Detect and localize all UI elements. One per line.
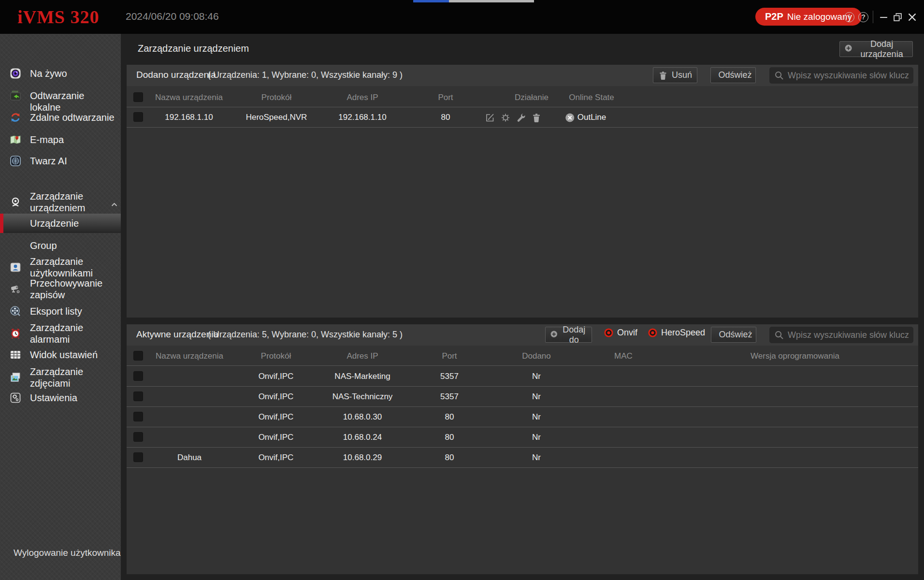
sidebar-item-label: Twarz AI xyxy=(30,155,116,167)
sidebar-item-label: Ustawienia xyxy=(30,392,116,404)
datetime-label: 2024/06/20 09:08:46 xyxy=(126,11,219,22)
added-table-header: Nazwa urządzeniaProtokółAdres IPPortDzia… xyxy=(127,87,918,107)
refresh-label: Odśwież xyxy=(719,330,752,340)
onvif-radio[interactable]: Onvif xyxy=(604,328,637,338)
sidebar-item-zarz-dzanie-u-ytkownikami[interactable]: Zarządzanie użytkownikami xyxy=(0,256,121,279)
table-cell: Dahua xyxy=(177,448,202,468)
select-all-checkbox[interactable] xyxy=(133,92,143,102)
info-icon[interactable]: i xyxy=(844,12,855,23)
add-device-label: Dodaj urządzenia xyxy=(856,39,908,59)
restore-icon[interactable] xyxy=(892,12,903,23)
sidebar-item-e-mapa[interactable]: E-mapa xyxy=(0,134,121,145)
column-header: Wersja oprogramowania xyxy=(751,346,839,366)
sidebar-item-label: Przechowywanie zapisów xyxy=(30,277,116,301)
add-device-button[interactable]: Dodaj urządzenia xyxy=(839,41,913,57)
refresh-label: Odśwież xyxy=(718,70,751,80)
herospeed-label: HeroSpeed xyxy=(661,328,705,338)
titlebar-artifact-blue xyxy=(413,0,449,2)
row-checkbox[interactable] xyxy=(133,452,143,462)
app-logo: iVMS 320 xyxy=(17,6,100,28)
table-cell: 80 xyxy=(445,448,454,468)
active-search-box xyxy=(769,327,913,343)
sidebar-item-label: Odtwarzanie lokalne xyxy=(30,90,116,113)
view-settings-icon xyxy=(10,349,21,361)
close-icon[interactable] xyxy=(907,12,918,23)
alarm-management-icon xyxy=(10,328,21,339)
minimize-icon[interactable] xyxy=(878,12,889,23)
sidebar-item-label: Zdalne odtwarzanie xyxy=(30,112,116,123)
export-list-icon xyxy=(10,305,21,317)
sidebar-item-przechowywanie-zapis-w[interactable]: Przechowywanie zapisów xyxy=(0,277,121,301)
sidebar-item-zdalne-odtwarzanie[interactable]: Zdalne odtwarzanie xyxy=(0,112,121,123)
sidebar-item-twarz-ai[interactable]: Twarz AI xyxy=(0,155,121,167)
refresh-active-button[interactable]: Odśwież xyxy=(711,327,756,343)
sidebar-item-label: Zarządzanie zdjęciami xyxy=(30,366,116,389)
settings-icon xyxy=(10,392,21,404)
sidebar-item-label: Urządzenie xyxy=(30,214,116,233)
user-management-icon xyxy=(10,261,21,273)
column-header: Port xyxy=(438,87,453,107)
sidebar-item-urz-dzenie[interactable]: Urządzenie xyxy=(0,214,121,233)
table-cell: Onvif,IPC xyxy=(259,387,294,407)
sidebar-item-na-ywo[interactable]: Na żywo xyxy=(0,68,121,79)
column-header: Protokół xyxy=(261,87,291,107)
row-checkbox[interactable] xyxy=(133,371,143,381)
sidebar-item-label: Zarządzanie użytkownikami xyxy=(30,256,116,279)
table-cell: Onvif,IPC xyxy=(259,448,294,468)
table-cell: NAS-Techniczny xyxy=(332,387,393,407)
active-devices-header: Aktywne urządzenia ( Urządzenia: 5, Wybr… xyxy=(127,324,918,346)
active-devices-title: Aktywne urządzenia xyxy=(136,329,218,340)
sidebar-item-odtwarzanie-lokalne[interactable]: 33333Odtwarzanie lokalne xyxy=(0,90,121,102)
sidebar: Na żywo33333Odtwarzanie lokalneZdalne od… xyxy=(0,34,121,580)
sidebar-item-label: Na żywo xyxy=(30,68,116,79)
herospeed-radio[interactable]: HeroSpeed xyxy=(648,328,705,338)
active-devices-panel: Aktywne urządzenia ( Urządzenia: 5, Wybr… xyxy=(127,324,918,574)
table-cell: NAS-Marketing xyxy=(334,366,390,387)
chevron-up-icon[interactable] xyxy=(111,200,117,204)
column-header: Nazwa urządzenia xyxy=(156,346,223,366)
plus-icon xyxy=(550,330,558,340)
wrench-icon[interactable] xyxy=(516,113,526,123)
sidebar-item-widok-ustawie-[interactable]: Widok ustawień xyxy=(0,349,121,361)
active-device-row[interactable]: Onvif,IPCNAS-Marketing5357Nr xyxy=(127,366,918,387)
trash-icon[interactable] xyxy=(532,113,542,123)
added-search-box xyxy=(769,67,913,84)
active-table-header: Nazwa urządzeniaProtokółAdres IPPortDoda… xyxy=(127,346,918,366)
add-to-button[interactable]: Dodaj do xyxy=(545,327,592,343)
logout-button[interactable]: Wylogowanie użytkownika xyxy=(14,548,121,558)
select-all-checkbox[interactable] xyxy=(133,351,143,361)
active-search-input[interactable] xyxy=(788,330,909,340)
active-device-row[interactable]: Onvif,IPC10.68.0.3080Nr xyxy=(127,407,918,427)
sidebar-item-label: Zarządzanie urządzeniem xyxy=(30,190,116,214)
sidebar-item-zarz-dzanie-urz-dzeniem[interactable]: Zarządzanie urządzeniem xyxy=(0,190,121,214)
row-checkbox[interactable] xyxy=(133,392,143,401)
gear-icon[interactable] xyxy=(501,113,511,123)
page-title: Zarządzanie urządzeniem xyxy=(138,43,249,54)
active-device-row[interactable]: Onvif,IPCNAS-Techniczny5357Nr xyxy=(127,387,918,407)
sidebar-item-zarz-dzanie-zdj-ciami[interactable]: Zarządzanie zdjęciami xyxy=(0,366,121,389)
row-checkbox[interactable] xyxy=(133,112,143,122)
added-device-row[interactable]: 192.168.1.10HeroSpeed,NVR192.168.1.1080O… xyxy=(127,107,918,128)
radio-icon xyxy=(648,328,657,337)
sidebar-item-ustawienia[interactable]: Ustawienia xyxy=(0,392,121,404)
table-cell: 80 xyxy=(445,427,454,448)
refresh-added-button[interactable]: Odśwież xyxy=(710,67,756,83)
column-header: Online State xyxy=(569,87,614,107)
edit-icon[interactable] xyxy=(485,113,495,123)
sidebar-item-zarz-dzanie-alarmami[interactable]: Zarządzanie alarmami xyxy=(0,322,121,345)
sidebar-item-eksport-listy[interactable]: Eksport listy xyxy=(0,305,121,317)
titlebar-divider xyxy=(873,11,873,23)
row-checkbox[interactable] xyxy=(133,412,143,421)
added-search-input[interactable] xyxy=(788,71,909,81)
sidebar-item-group[interactable]: Group xyxy=(0,240,121,251)
table-cell: 10.68.0.30 xyxy=(343,407,382,427)
status-label: OutLine xyxy=(578,113,606,122)
help-icon[interactable]: ? xyxy=(858,12,869,23)
delete-button[interactable]: Usuń xyxy=(653,67,697,83)
row-checkbox[interactable] xyxy=(133,432,143,442)
sidebar-item-label: Widok ustawień xyxy=(30,349,116,361)
svg-text:33333: 33333 xyxy=(12,90,18,93)
active-device-row[interactable]: Onvif,IPC10.68.0.2480Nr xyxy=(127,427,918,448)
column-header: Adres IP xyxy=(346,346,378,366)
active-device-row[interactable]: DahuaOnvif,IPC10.68.0.2980Nr xyxy=(127,448,918,468)
